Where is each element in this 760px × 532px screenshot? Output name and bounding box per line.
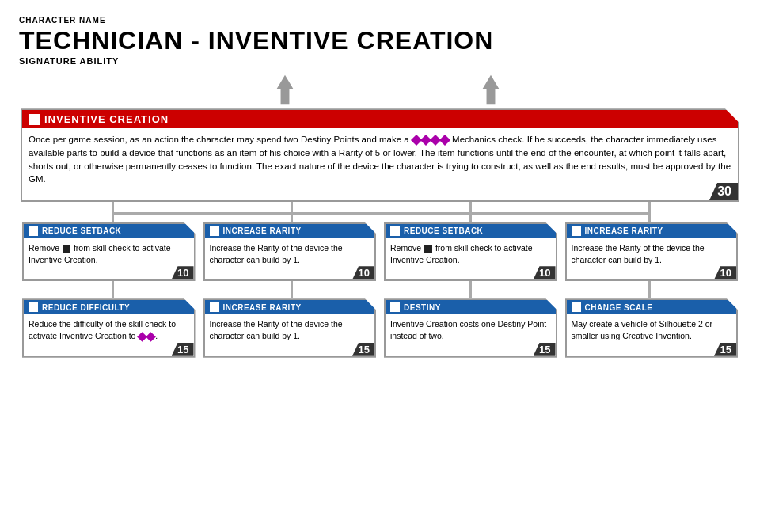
card-row2-3-title: DESTINY bbox=[404, 303, 441, 312]
card-row2-3-body: Inventive Creation costs one Destiny Poi… bbox=[386, 314, 556, 355]
card-row2-1-body: Reduce the difficulty of the skill check… bbox=[24, 314, 194, 355]
card-row2-4-checkbox[interactable] bbox=[572, 302, 581, 312]
card-row2-3-checkbox[interactable] bbox=[390, 302, 400, 312]
card-row2-3: DESTINY Inventive Creation costs one Des… bbox=[384, 298, 557, 357]
conn-horiz-top bbox=[112, 212, 648, 215]
card-row1-2: INCREASE RARITY Increase the Rarity of t… bbox=[203, 222, 377, 281]
main-card-title: INVENTIVE CREATION bbox=[44, 113, 169, 125]
card-row1-3-body: Remove from skill check to activate Inve… bbox=[386, 238, 556, 279]
arrow-up-left bbox=[274, 74, 296, 105]
card-row2-2-header: INCREASE RARITY bbox=[205, 300, 375, 314]
card-row2-4: CHANGE SCALE May create a vehicle of Sil… bbox=[565, 298, 739, 357]
mid-conn-vert-1 bbox=[112, 281, 114, 298]
conn-vert-4 bbox=[648, 202, 651, 222]
row2-cards: REDUCE DIFFICULTY Reduce the difficulty … bbox=[22, 298, 738, 357]
card-row1-1-body: Remove from skill check to activate Inve… bbox=[24, 238, 194, 279]
main-checkbox[interactable] bbox=[28, 114, 40, 125]
card-row1-2-checkbox[interactable] bbox=[210, 226, 219, 236]
card-row2-2-title: INCREASE RARITY bbox=[223, 303, 302, 312]
card-row2-2-body: Increase the Rarity of the device the ch… bbox=[205, 314, 375, 355]
mid-conn-vert-2 bbox=[291, 281, 293, 298]
char-label-row: CHARACTER NAME bbox=[19, 14, 741, 25]
card-row2-4-body: May create a vehicle of Silhouette 2 or … bbox=[567, 314, 737, 355]
arrow-up-right bbox=[480, 74, 502, 105]
card-row1-2-title: INCREASE RARITY bbox=[223, 226, 302, 235]
gem-icon-4 bbox=[439, 135, 450, 146]
card-row1-1-checkbox[interactable] bbox=[28, 226, 38, 236]
card-row1-1-title: REDUCE SETBACK bbox=[42, 226, 121, 235]
card-row1-3: REDUCE SETBACK Remove from skill check t… bbox=[384, 222, 557, 281]
page-title: TECHNICIAN - INVENTIVE CREATION bbox=[19, 27, 741, 55]
svg-marker-0 bbox=[276, 75, 294, 104]
card-row1-4-title: INCREASE RARITY bbox=[585, 226, 663, 235]
card-row2-4-header: CHANGE SCALE bbox=[567, 300, 737, 314]
page-subtitle: SIGNATURE ABILITY bbox=[19, 56, 741, 66]
gem-sm-icon-2 bbox=[146, 332, 156, 342]
card-row2-2: INCREASE RARITY Increase the Rarity of t… bbox=[203, 298, 377, 357]
card-row2-1: REDUCE DIFFICULTY Reduce the difficulty … bbox=[22, 298, 196, 357]
card-row2-4-title: CHANGE SCALE bbox=[585, 303, 653, 312]
card-row2-1-header: REDUCE DIFFICULTY bbox=[24, 300, 194, 314]
card-row1-4-body: Increase the Rarity of the device the ch… bbox=[567, 238, 737, 279]
main-card-header: INVENTIVE CREATION bbox=[22, 110, 738, 128]
card-row1-3-checkbox[interactable] bbox=[390, 226, 400, 236]
card-row2-1-checkbox[interactable] bbox=[28, 302, 38, 312]
card-row1-4-header: INCREASE RARITY bbox=[567, 224, 737, 238]
page: CHARACTER NAME TECHNICIAN - INVENTIVE CR… bbox=[0, 0, 760, 366]
main-ability-card: INVENTIVE CREATION Once per game session… bbox=[21, 108, 739, 202]
card-row1-4: INCREASE RARITY Increase the Rarity of t… bbox=[565, 222, 739, 281]
card-row2-2-checkbox[interactable] bbox=[210, 302, 219, 312]
card-row1-1-header: REDUCE SETBACK bbox=[24, 224, 194, 238]
char-label-text: CHARACTER NAME bbox=[19, 16, 106, 25]
top-connector-row bbox=[22, 202, 738, 222]
char-name-line bbox=[112, 14, 318, 25]
card-row1-2-body: Increase the Rarity of the device the ch… bbox=[205, 238, 375, 279]
card-row1-2-header: INCREASE RARITY bbox=[205, 224, 375, 238]
card-row2-3-header: DESTINY bbox=[386, 300, 556, 314]
mid-conn-vert-4 bbox=[648, 281, 651, 298]
card-row1-4-checkbox[interactable] bbox=[572, 226, 581, 236]
mid-conn-vert-3 bbox=[469, 281, 472, 298]
card-row1-3-title: REDUCE SETBACK bbox=[404, 226, 483, 235]
svg-marker-1 bbox=[482, 75, 500, 104]
mid-connector-row bbox=[22, 281, 738, 298]
arrow-row bbox=[19, 74, 741, 105]
card-row2-1-title: REDUCE DIFFICULTY bbox=[42, 303, 130, 312]
black-sq-icon-2 bbox=[424, 245, 432, 253]
row1-cards: REDUCE SETBACK Remove from skill check t… bbox=[22, 222, 738, 281]
card-row1-3-header: REDUCE SETBACK bbox=[386, 224, 556, 238]
card-row1-1: REDUCE SETBACK Remove from skill check t… bbox=[22, 222, 196, 281]
black-sq-icon-1 bbox=[63, 245, 70, 253]
main-card-body: Once per game session, as an action the … bbox=[22, 128, 738, 200]
